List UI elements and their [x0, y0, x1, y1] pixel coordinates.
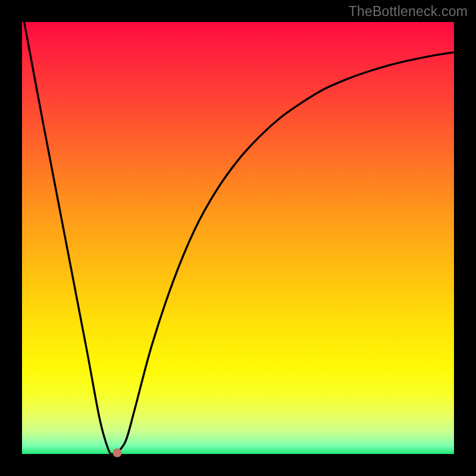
chart-frame: TheBottleneck.com: [0, 0, 476, 476]
chart-marker: [112, 448, 121, 457]
watermark-text: TheBottleneck.com: [349, 4, 468, 20]
chart-plot-area: [22, 22, 454, 454]
bottleneck-curve: [22, 22, 454, 454]
